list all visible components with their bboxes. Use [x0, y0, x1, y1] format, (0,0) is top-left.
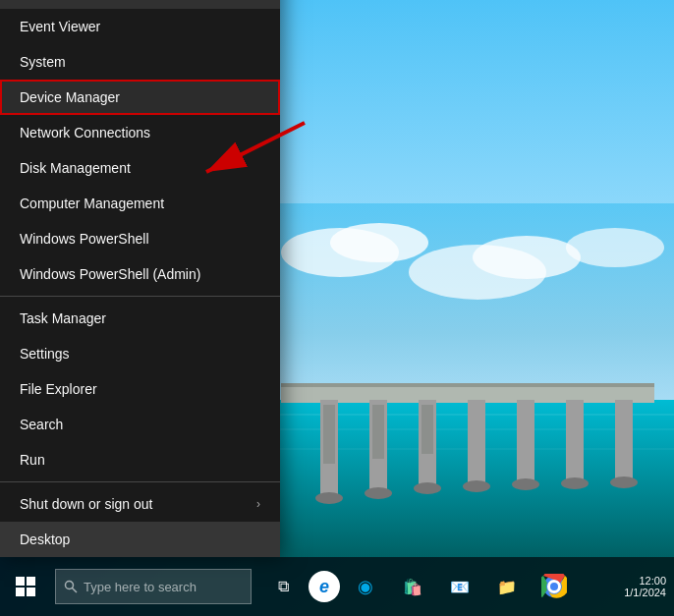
svg-rect-26 [323, 405, 335, 464]
svg-rect-34 [27, 588, 35, 596]
menu-item-event-viewer[interactable]: Event Viewer [0, 9, 280, 44]
svg-rect-28 [421, 405, 433, 454]
context-menu: Apps and Features Mobility Center Power … [0, 0, 280, 557]
svg-rect-31 [16, 577, 25, 586]
svg-point-4 [473, 236, 581, 279]
svg-point-35 [66, 582, 74, 589]
start-button[interactable] [0, 557, 51, 616]
store-icon[interactable]: 🛍️ [391, 565, 434, 608]
menu-item-desktop[interactable]: Desktop [0, 522, 280, 557]
svg-point-2 [330, 223, 428, 262]
svg-point-39 [550, 583, 558, 590]
taskbar-app-icons: ⧉ e ◉ 🛍️ 📧 📁 [261, 565, 576, 608]
svg-line-36 [73, 588, 78, 593]
menu-item-task-manager[interactable]: Task Manager [0, 301, 280, 336]
svg-point-22 [463, 480, 490, 492]
menu-item-search[interactable]: Search [0, 407, 280, 442]
edge-new-icon[interactable]: ◉ [344, 565, 387, 608]
menu-item-windows-powershell[interactable]: Windows PowerShell [0, 221, 280, 256]
svg-rect-32 [27, 577, 35, 586]
svg-point-24 [561, 477, 589, 489]
windows-logo-icon [16, 577, 35, 596]
menu-item-settings[interactable]: Settings [0, 336, 280, 371]
svg-rect-16 [517, 400, 534, 484]
task-view-button[interactable]: ⧉ [261, 565, 305, 608]
search-icon [64, 580, 78, 593]
menu-item-run[interactable]: Run [0, 442, 280, 477]
menu-item-file-explorer[interactable]: File Explorer [0, 371, 280, 407]
microsoft-edge-icon[interactable]: e [309, 571, 340, 602]
system-tray: 12:001/1/2024 [624, 575, 674, 598]
svg-rect-11 [281, 383, 654, 387]
menu-item-network-connections[interactable]: Network Connections [0, 115, 280, 150]
svg-point-20 [365, 487, 392, 499]
menu-item-computer-management[interactable]: Computer Management [0, 186, 280, 221]
svg-rect-27 [372, 405, 384, 459]
svg-rect-17 [566, 400, 584, 483]
svg-rect-33 [16, 588, 25, 596]
tray-time: 12:001/1/2024 [624, 575, 666, 598]
menu-divider-2 [0, 481, 280, 482]
svg-point-25 [610, 476, 638, 488]
menu-item-power-options[interactable]: Power Options [0, 0, 280, 9]
menu-item-windows-powershell-admin[interactable]: Windows PowerShell (Admin) [0, 256, 280, 292]
bridge-scene [261, 203, 674, 557]
outlook-icon[interactable]: 📧 [438, 565, 481, 608]
menu-item-system[interactable]: System [0, 44, 280, 80]
submenu-arrow-icon: › [256, 497, 260, 511]
file-explorer-taskbar-icon[interactable]: 📁 [485, 565, 529, 608]
taskbar: Type here to search ⧉ e ◉ 🛍️ 📧 📁 [0, 557, 674, 616]
menu-item-shut-down[interactable]: Shut down or sign out › [0, 486, 280, 522]
svg-point-19 [315, 492, 343, 504]
search-placeholder: Type here to search [84, 580, 197, 594]
svg-point-21 [414, 482, 441, 494]
svg-point-5 [566, 228, 664, 267]
menu-item-device-manager[interactable]: Device Manager [0, 80, 280, 115]
menu-divider-1 [0, 296, 280, 297]
svg-rect-15 [468, 400, 485, 486]
menu-item-disk-management[interactable]: Disk Management [0, 150, 280, 186]
svg-rect-18 [615, 400, 633, 482]
svg-point-23 [512, 478, 539, 490]
taskbar-search[interactable]: Type here to search [55, 569, 252, 604]
chrome-taskbar-icon[interactable] [533, 565, 576, 608]
